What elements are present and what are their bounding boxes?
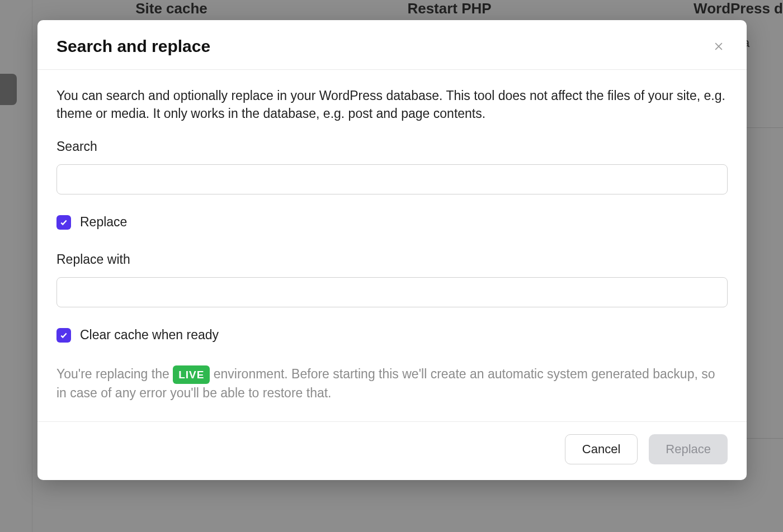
close-icon — [713, 41, 724, 52]
checkmark-icon — [60, 218, 68, 226]
modal-title: Search and replace — [56, 37, 210, 56]
live-badge: LIVE — [173, 365, 210, 384]
replace-checkbox-row: Replace — [56, 215, 728, 230]
modal-header: Search and replace — [37, 20, 747, 70]
search-replace-modal: Search and replace You can search and op… — [37, 20, 747, 480]
clear-cache-checkbox[interactable] — [56, 328, 71, 343]
cancel-button[interactable]: Cancel — [565, 434, 638, 464]
replace-checkbox[interactable] — [56, 215, 71, 230]
search-label: Search — [56, 139, 728, 154]
checkmark-icon — [60, 331, 68, 339]
replace-with-label: Replace with — [56, 252, 728, 267]
search-input[interactable] — [56, 164, 728, 194]
modal-body: You can search and optionally replace in… — [37, 70, 747, 421]
clear-cache-row: Clear cache when ready — [56, 327, 728, 343]
modal-footer: Cancel Replace — [37, 421, 747, 480]
close-button[interactable] — [710, 37, 728, 55]
environment-note: You're replacing the LIVE environment. B… — [56, 365, 728, 402]
replace-button[interactable]: Replace — [649, 434, 728, 464]
replace-with-input[interactable] — [56, 277, 728, 307]
note-before: You're replacing the — [56, 367, 173, 381]
replace-checkbox-label: Replace — [80, 215, 127, 230]
modal-description: You can search and optionally replace in… — [56, 87, 728, 122]
clear-cache-label: Clear cache when ready — [80, 327, 219, 343]
